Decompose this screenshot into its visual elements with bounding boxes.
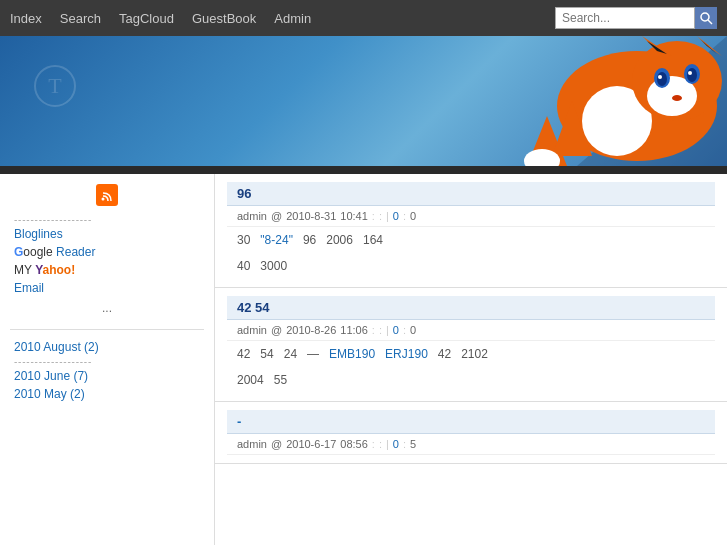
sidebar-ellipsis: ... [10, 297, 204, 319]
nav-tagcloud[interactable]: TagCloud [119, 11, 174, 26]
post-3-meta: admin @ 2010-6-17 08:56 : : | 0 : 5 [227, 434, 715, 455]
post-1-stat-0: 30 [237, 233, 250, 247]
post-2-at: @ [271, 324, 282, 336]
svg-point-17 [658, 75, 662, 79]
navbar: Index Search TagCloud GuestBook Admin [0, 0, 727, 36]
sidebar-dashes-1: - - - - - - - - - - - - - - - - - - - [10, 214, 204, 225]
post-2-stats: 42 54 24 — EMB190 ERJ190 42 2102 [227, 341, 715, 367]
post-1-pipe: | [386, 210, 389, 222]
nav-links: Index Search TagCloud GuestBook Admin [10, 11, 555, 26]
banner: T [0, 36, 727, 166]
post-2-time: 11:06 [340, 324, 368, 336]
post-3-title: - [227, 410, 715, 434]
nav-guestbook[interactable]: GuestBook [192, 11, 256, 26]
post-2-stat-4[interactable]: EMB190 [329, 347, 375, 361]
banner-logo: T [20, 56, 90, 146]
post-2: 42 54 admin @ 2010-8-26 11:06 : : | 0 : … [215, 288, 727, 402]
post-3-pipe: | [386, 438, 389, 450]
post-1-time: 10:41 [340, 210, 368, 222]
search-container [555, 7, 717, 29]
svg-line-1 [708, 20, 712, 24]
post-2-author: admin [237, 324, 267, 336]
separator-bar [0, 166, 727, 174]
post-1-at: @ [271, 210, 282, 222]
post-3-title-link[interactable]: - [237, 414, 241, 429]
post-1-stat2-1: 3000 [260, 259, 287, 273]
svg-point-15 [657, 72, 667, 86]
post-2-count2: 0 [410, 324, 416, 336]
post-3-count1[interactable]: 0 [393, 438, 399, 450]
post-2-stat2-1: 55 [274, 373, 287, 387]
my-text: MY [14, 263, 35, 277]
post-2-meta: admin @ 2010-8-26 11:06 : : | 0 : 0 [227, 320, 715, 341]
archive-2010-june[interactable]: 2010 June (7) [10, 367, 204, 385]
banner-fox [377, 36, 727, 166]
sidebar-email[interactable]: Email [10, 279, 204, 297]
yahoo-ahoo: ahoo! [42, 263, 75, 277]
post-3-at: @ [271, 438, 282, 450]
post-1-date: 2010-8-31 [286, 210, 336, 222]
rss-icon[interactable] [96, 184, 118, 206]
post-2-stat2-0: 2004 [237, 373, 264, 387]
post-3-sep1: : [372, 438, 375, 450]
post-2-stat-1: 54 [260, 347, 273, 361]
post-2-sep1: : [372, 324, 375, 336]
google-rest: oogle [23, 245, 52, 259]
svg-point-16 [687, 68, 697, 82]
post-2-sep2: : [379, 324, 382, 336]
archive-2010-may[interactable]: 2010 May (2) [10, 385, 204, 403]
post-1-stat-4: 164 [363, 233, 383, 247]
post-1-stat-3: 2006 [326, 233, 353, 247]
search-icon [699, 11, 713, 25]
post-3: - admin @ 2010-6-17 08:56 : : | 0 : 5 [215, 402, 727, 464]
search-input[interactable] [555, 7, 695, 29]
post-3-count2: 5 [410, 438, 416, 450]
svg-text:T: T [48, 73, 62, 98]
post-1-title: 96 [227, 182, 715, 206]
post-1-sep1: : [372, 210, 375, 222]
post-1-count1[interactable]: 0 [393, 210, 399, 222]
post-2-stat-5[interactable]: ERJ190 [385, 347, 428, 361]
post-3-sep2: : [379, 438, 382, 450]
nav-index[interactable]: Index [10, 11, 42, 26]
post-2-colon: : [403, 324, 406, 336]
svg-point-24 [102, 198, 105, 201]
post-2-title: 42 54 [227, 296, 715, 320]
svg-point-19 [672, 95, 682, 101]
post-1-stats2: 40 3000 [227, 253, 715, 279]
google-reader-text: Reader [56, 245, 95, 259]
sidebar-google-reader[interactable]: Google Reader [10, 243, 204, 261]
post-2-stat-3: — [307, 347, 319, 361]
google-g: G [14, 245, 23, 259]
post-2-stat-6: 42 [438, 347, 451, 361]
main-area: - - - - - - - - - - - - - - - - - - - Bl… [0, 174, 727, 545]
search-button[interactable] [695, 7, 717, 29]
post-1-meta: admin @ 2010-8-31 10:41 : : | 0 : 0 [227, 206, 715, 227]
post-2-stat-7: 2102 [461, 347, 488, 361]
svg-point-0 [701, 13, 709, 21]
sidebar-rss-section [10, 184, 204, 206]
post-2-stat-0: 42 [237, 347, 250, 361]
post-3-author: admin [237, 438, 267, 450]
post-1-count2: 0 [410, 210, 416, 222]
post-2-stats2: 2004 55 [227, 367, 715, 393]
post-3-time: 08:56 [340, 438, 368, 450]
sidebar-bloglines[interactable]: Bloglines [10, 225, 204, 243]
post-1-stats: 30 "8-24" 96 2006 164 [227, 227, 715, 253]
post-1-stat-2: 96 [303, 233, 316, 247]
post-2-count1[interactable]: 0 [393, 324, 399, 336]
sidebar: - - - - - - - - - - - - - - - - - - - Bl… [0, 174, 215, 545]
post-1-colon: : [403, 210, 406, 222]
nav-search[interactable]: Search [60, 11, 101, 26]
svg-point-18 [688, 71, 692, 75]
nav-admin[interactable]: Admin [274, 11, 311, 26]
post-1: 96 admin @ 2010-8-31 10:41 : : | 0 : 0 3… [215, 174, 727, 288]
archive-section: 2010 August (2) - - - - - - - - - - - - … [10, 329, 204, 403]
post-2-pipe: | [386, 324, 389, 336]
post-1-author: admin [237, 210, 267, 222]
post-1-stat-1[interactable]: "8-24" [260, 233, 293, 247]
post-2-date: 2010-8-26 [286, 324, 336, 336]
sidebar-dashes-2: - - - - - - - - - - - - - - - - - - - [10, 356, 204, 367]
post-3-colon: : [403, 438, 406, 450]
archive-2010-august[interactable]: 2010 August (2) [10, 338, 204, 356]
